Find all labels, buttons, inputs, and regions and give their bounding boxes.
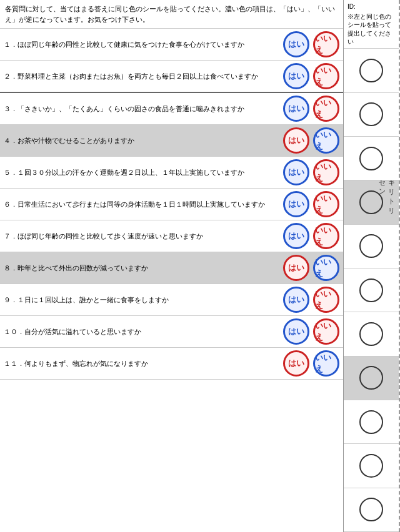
- sticker-circle-9: [359, 410, 383, 434]
- id-line1: ID:: [348, 2, 395, 11]
- circle-row-7: [344, 312, 399, 356]
- question-row-4: ４．お茶や汁物でむせることがありますかはいいいえ: [0, 125, 343, 157]
- circles-area: キリトリセン: [344, 49, 399, 532]
- question-row-2: ２．野菜料理と主菜（お肉またはお魚）を両方とも毎日２回以上は食べていますかはいい…: [0, 61, 343, 93]
- answer-buttons-1: はいいいえ: [283, 31, 339, 57]
- question-row-1: １．ほぼ同じ年齢の同性と比較して健康に気をつけた食事を心がけていますかはいいいえ: [0, 29, 343, 61]
- answer-buttons-11: はいいいえ: [283, 350, 339, 377]
- answer-buttons-9: はいいいえ: [283, 287, 339, 313]
- answer-buttons-4: はいいいえ: [283, 127, 339, 154]
- circle-row-9: [344, 400, 399, 444]
- iie-button-3[interactable]: いいえ: [313, 96, 339, 122]
- instruction-content: 各質問に対して、当てはまる答えに同じ色のシールを貼ってください。濃い色の項目は、…: [5, 5, 335, 23]
- hai-button-7[interactable]: はい: [283, 223, 309, 249]
- question-text-9: ９．１日に１回以上は、誰かと一緒に食事をしますか: [4, 295, 283, 305]
- question-row-8: ８．昨年と比べて外出の回数が減っていますかはいいいえ: [0, 252, 343, 284]
- answer-buttons-6: はいいいえ: [283, 191, 339, 217]
- question-text-5: ５．１回３０分以上の汗をかく運動を週２日以上、１年以上実施していますか: [4, 167, 283, 178]
- circle-row-10: [344, 444, 399, 488]
- hai-button-9[interactable]: はい: [283, 287, 309, 313]
- hai-button-10[interactable]: はい: [283, 318, 309, 345]
- hai-button-5[interactable]: はい: [283, 159, 309, 185]
- hai-button-1[interactable]: はい: [283, 31, 309, 57]
- question-text-4: ４．お茶や汁物でむせることがありますか: [4, 135, 283, 146]
- sticker-circle-10: [359, 454, 383, 478]
- question-text-11: １１．何よりもまず、物忘れが気になりますか: [4, 358, 283, 369]
- sticker-circle-6: [359, 278, 383, 302]
- circle-row-5: [344, 225, 399, 268]
- iie-button-11[interactable]: いいえ: [313, 350, 339, 377]
- circle-row-6: [344, 268, 399, 312]
- answer-buttons-8: はいいいえ: [283, 255, 339, 281]
- sticker-circle-7: [359, 322, 383, 346]
- question-row-7: ７．ほぼ同じ年齢の同性と比較して歩く速度が速いと思いますかはいいいえ: [0, 220, 343, 252]
- question-text-2: ２．野菜料理と主菜（お肉またはお魚）を両方とも毎日２回以上は食べていますか: [4, 71, 283, 82]
- question-row-9: ９．１日に１回以上は、誰かと一緒に食事をしますかはいいいえ: [0, 284, 343, 316]
- hai-button-4[interactable]: はい: [283, 127, 309, 154]
- circle-row-3: [344, 137, 399, 180]
- answer-buttons-10: はいいいえ: [283, 318, 339, 345]
- instruction-text: 各質問に対して、当てはまる答えに同じ色のシールを貼ってください。濃い色の項目は、…: [0, 0, 343, 29]
- id-line2-text: ※左と同じ色のシールを貼って提出してください: [348, 13, 391, 45]
- iie-button-1[interactable]: いいえ: [313, 31, 339, 57]
- circle-row-8: [344, 357, 399, 400]
- circle-row-11: [344, 488, 399, 532]
- iie-button-9[interactable]: いいえ: [313, 287, 339, 313]
- hai-button-2[interactable]: はい: [283, 63, 309, 89]
- hai-button-8[interactable]: はい: [283, 255, 309, 281]
- sticker-circle-2: [359, 102, 383, 126]
- page: 各質問に対して、当てはまる答えに同じ色のシールを貼ってください。濃い色の項目は、…: [0, 0, 400, 532]
- answer-buttons-5: はいいいえ: [283, 159, 339, 185]
- main-area: 各質問に対して、当てはまる答えに同じ色のシールを貼ってください。濃い色の項目は、…: [0, 0, 344, 532]
- question-row-10: １０．自分が活気に溢れていると思いますかはいいいえ: [0, 316, 343, 348]
- circle-row-2: [344, 93, 399, 137]
- answer-buttons-2: はいいいえ: [283, 63, 339, 89]
- question-text-3: ３．「さきいか」、「たくあん」くらいの固さの食品を普通に噛みきれますか: [4, 104, 283, 114]
- iie-button-2[interactable]: いいえ: [313, 63, 339, 89]
- id-line2: ※左と同じ色のシールを貼って提出してください: [348, 12, 395, 46]
- side-panel: ID: ※左と同じ色のシールを貼って提出してください キリトリセン: [344, 0, 400, 532]
- id-header: ID: ※左と同じ色のシールを貼って提出してください: [344, 0, 399, 49]
- answer-buttons-7: はいいいえ: [283, 223, 339, 249]
- question-row-5: ５．１回３０分以上の汗をかく運動を週２日以上、１年以上実施していますかはいいいえ: [0, 157, 343, 189]
- iie-button-4[interactable]: いいえ: [313, 127, 339, 154]
- questions-area: １．ほぼ同じ年齢の同性と比較して健康に気をつけた食事を心がけていますかはいいいえ…: [0, 29, 343, 532]
- question-text-1: １．ほぼ同じ年齢の同性と比較して健康に気をつけた食事を心がけていますか: [4, 39, 283, 50]
- sticker-circle-1: [359, 59, 383, 82]
- iie-button-8[interactable]: いいえ: [313, 255, 339, 281]
- circle-row-1: [344, 49, 399, 92]
- sticker-circle-11: [359, 498, 383, 521]
- question-text-10: １０．自分が活気に溢れていると思いますか: [4, 327, 283, 337]
- sticker-circle-8: [359, 366, 383, 390]
- sticker-circle-3: [359, 147, 383, 170]
- iie-button-5[interactable]: いいえ: [313, 159, 339, 185]
- question-text-7: ７．ほぼ同じ年齢の同性と比較して歩く速度が速いと思いますか: [4, 231, 283, 242]
- question-row-11: １１．何よりもまず、物忘れが気になりますかはいいいえ: [0, 348, 343, 380]
- iie-button-6[interactable]: いいえ: [313, 191, 339, 217]
- question-row-6: ６．日常生活において歩行または同等の身体活動を１日１時間以上実施していますかはい…: [0, 189, 343, 220]
- hai-button-3[interactable]: はい: [283, 96, 309, 122]
- answer-buttons-3: はいいいえ: [283, 96, 339, 122]
- sticker-circle-5: [359, 234, 383, 258]
- question-text-6: ６．日常生活において歩行または同等の身体活動を１日１時間以上実施していますか: [4, 199, 283, 210]
- cut-label: キリトリセン: [378, 175, 398, 212]
- cut-label-text: キリトリセン: [378, 175, 396, 212]
- question-row-3: ３．「さきいか」、「たくあん」くらいの固さの食品を普通に噛みきれますかはいいいえ: [0, 93, 343, 125]
- question-text-8: ８．昨年と比べて外出の回数が減っていますか: [4, 263, 283, 273]
- hai-button-6[interactable]: はい: [283, 191, 309, 217]
- iie-button-10[interactable]: いいえ: [313, 318, 339, 345]
- iie-button-7[interactable]: いいえ: [313, 223, 339, 249]
- hai-button-11[interactable]: はい: [283, 350, 309, 377]
